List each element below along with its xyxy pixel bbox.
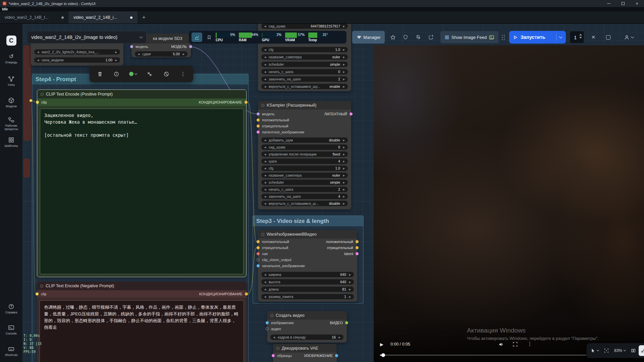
left-arrow-icon[interactable]: ◀	[37, 51, 40, 54]
left-arrow-icon[interactable]: ◀	[273, 336, 276, 339]
right-arrow-icon[interactable]: ▶	[338, 336, 341, 339]
input-slot-clip[interactable]	[36, 101, 39, 104]
right-arrow-icon[interactable]: ▶	[342, 146, 345, 149]
node-title-bar[interactable]: CLIP Text Encode (Negative Prompt)	[37, 282, 247, 290]
left-arrow-icon[interactable]: ◀	[264, 202, 267, 205]
left-arrow-icon[interactable]: ◀	[264, 153, 267, 156]
preview-video-placeholder[interactable]	[374, 45, 644, 362]
right-arrow-icon[interactable]: ▶	[342, 78, 345, 81]
widget-row[interactable]: ◀ добавить_шум disable ▶	[261, 137, 348, 143]
node-title-bar[interactable]: KSampler (Расширенный)	[258, 101, 351, 110]
right-arrow-icon[interactable]: ▶	[342, 202, 345, 205]
left-arrow-icon[interactable]: ◀	[264, 188, 267, 191]
minimize-button[interactable]	[602, 0, 616, 7]
input-slot-negative[interactable]	[257, 246, 260, 249]
favorites-star-button[interactable]	[388, 33, 397, 42]
left-arrow-icon[interactable]: ◀	[264, 85, 267, 88]
tab-workflow-2[interactable]: video_wan2_2_14B_i...	[69, 11, 138, 23]
node-wan-image-to-video[interactable]: WanИзображениеВВидео положительный полож…	[258, 230, 357, 302]
right-arrow-icon[interactable]: ▶	[342, 25, 345, 28]
toggle-panels-button[interactable]	[629, 345, 638, 356]
sidebar-item-models[interactable]: Модели	[0, 97, 22, 108]
right-arrow-icon[interactable]: ▶	[342, 48, 345, 51]
collapse-node-button[interactable]	[143, 68, 156, 80]
input-slot-vae[interactable]	[257, 252, 260, 255]
widget-row[interactable]: ◀ кадров в секунду 16 ▶	[270, 335, 343, 340]
widget-row[interactable]: ◀ wan2_2_i2v_lightx2v_4steps_lora_... ▶	[34, 49, 120, 55]
left-arrow-icon[interactable]: ◀	[264, 273, 267, 276]
input-slot-model[interactable]	[257, 113, 260, 116]
widget-row[interactable]: ◀ шаги 4 ▶	[261, 159, 348, 164]
right-arrow-icon[interactable]: ▶	[115, 59, 118, 62]
show-image-feed-button[interactable]: Show Image Feed	[440, 31, 498, 43]
node-info-button[interactable]	[110, 68, 123, 80]
right-arrow-icon[interactable]: ▶	[342, 195, 345, 198]
right-arrow-icon[interactable]: ▶	[342, 174, 345, 177]
right-arrow-icon[interactable]: ▶	[342, 167, 345, 170]
input-slot-images[interactable]	[266, 321, 269, 324]
widget-row[interactable]: ◀ начать_с_шага 2 ▶	[261, 187, 348, 192]
maximize-button[interactable]	[616, 0, 630, 7]
left-arrow-icon[interactable]: ◀	[37, 59, 40, 62]
node-title-bar[interactable]: WanИзображениеВВидео	[258, 230, 357, 239]
drag-handle[interactable]	[502, 35, 505, 40]
output-slot-model[interactable]	[189, 45, 192, 48]
left-arrow-icon[interactable]: ◀	[264, 281, 267, 284]
node-color-button[interactable]	[127, 68, 140, 80]
output-slot-conditioning[interactable]	[245, 101, 248, 104]
output-slot-latent[interactable]	[350, 113, 353, 116]
input-slot-latent-image[interactable]	[257, 131, 260, 134]
right-arrow-icon[interactable]: ▶	[342, 160, 345, 163]
sidebar-item-shortcuts[interactable]: Shortcuts	[0, 346, 22, 357]
input-slot-audio[interactable]	[266, 327, 269, 330]
group-title[interactable]: Step3 - Video size & length	[253, 216, 363, 226]
bypass-node-button[interactable]	[160, 68, 173, 80]
output-slot-negative[interactable]	[356, 246, 359, 249]
input-slot-clip[interactable]	[36, 293, 39, 296]
link-visibility-button[interactable]	[639, 345, 644, 356]
positive-prompt-textarea[interactable]: Зацикленное видео, Чертовка Жека в монаш…	[40, 109, 244, 274]
sidebar-logo[interactable]: C	[0, 36, 22, 46]
left-arrow-icon[interactable]: ◀	[264, 288, 267, 291]
right-arrow-icon[interactable]: ▶	[342, 181, 345, 184]
right-arrow-icon[interactable]: ▶	[115, 51, 118, 54]
left-arrow-icon[interactable]: ◀	[264, 63, 267, 66]
node-title-bar[interactable]: CLIP Text Encode (Positive Prompt)	[37, 90, 246, 99]
widget-row[interactable]: ◀ cfg 1.0 ▶	[261, 47, 348, 52]
user-menu-button[interactable]	[620, 33, 637, 42]
right-arrow-icon[interactable]: ▶	[342, 85, 345, 88]
node-clip-text-encode-positive[interactable]: CLIP Text Encode (Positive Prompt) clip …	[37, 89, 247, 277]
widget-row[interactable]: ◀ название_сэмплера euler ▶	[261, 173, 348, 178]
widget-row[interactable]: ◀ scheduler simple ▶	[261, 62, 348, 67]
input-slot-positive[interactable]	[257, 240, 260, 243]
node-ksampler-advanced-2[interactable]: KSampler (Расширенный) модель ЛАТЕНТНЫЙ …	[258, 101, 351, 209]
new-tab-button[interactable]: +	[138, 11, 150, 23]
left-arrow-icon[interactable]: ◀	[264, 78, 267, 81]
close-window-button[interactable]: ×	[630, 0, 644, 7]
left-arrow-icon[interactable]: ◀	[264, 25, 267, 28]
left-arrow-icon[interactable]: ◀	[264, 195, 267, 198]
manager-button[interactable]: Manager	[352, 31, 385, 44]
fullscreen-button[interactable]	[513, 342, 518, 347]
left-arrow-icon[interactable]: ◀	[264, 174, 267, 177]
widget-row[interactable]: ◀ управление после генерации fixed ▶	[261, 152, 348, 157]
sidebar-item-console[interactable]: Console	[0, 324, 22, 335]
fit-view-button[interactable]	[602, 345, 611, 356]
right-arrow-icon[interactable]: ▶	[348, 288, 352, 291]
more-options-button[interactable]: ⋮	[176, 68, 189, 80]
output-slot-video[interactable]	[345, 321, 348, 324]
progress-knob[interactable]	[381, 353, 385, 357]
widget-row[interactable]: ◀ scheduler simple ▶	[261, 180, 348, 185]
left-arrow-icon[interactable]: ◀	[264, 160, 267, 163]
left-arrow-icon[interactable]: ◀	[264, 146, 267, 149]
left-arrow-icon[interactable]: ◀	[264, 48, 267, 51]
widget-row[interactable]: ◀ начать_с_шага 0 ▶	[261, 69, 348, 74]
shield-button[interactable]	[401, 33, 410, 42]
monitor-graph-button[interactable]	[192, 33, 202, 42]
left-arrow-icon[interactable]: ◀	[264, 295, 267, 298]
right-arrow-icon[interactable]: ▶	[342, 153, 345, 156]
widget-row[interactable]: ◀ сид_шума 0 ▶	[261, 144, 348, 150]
right-arrow-icon[interactable]: ▶	[342, 63, 345, 66]
node-clip-text-encode-negative[interactable]: CLIP Text Encode (Negative Prompt) clip …	[37, 282, 247, 362]
collapse-dot-icon[interactable]	[40, 285, 43, 288]
